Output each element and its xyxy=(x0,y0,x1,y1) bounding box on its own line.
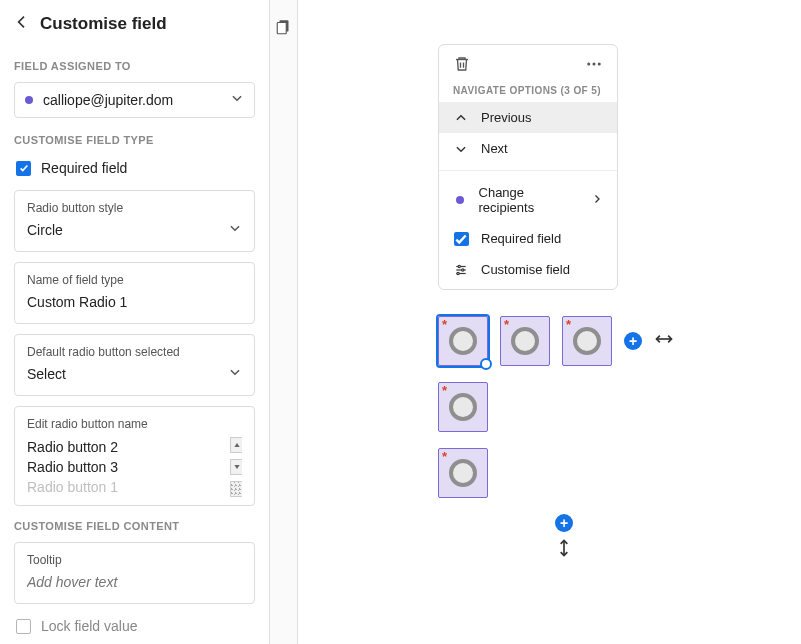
resize-vertical-icon[interactable] xyxy=(554,538,574,562)
svg-point-6 xyxy=(587,63,590,66)
list-item[interactable]: Radio button 2 xyxy=(27,437,228,457)
list-item[interactable]: Radio button 1 xyxy=(27,477,228,497)
form-canvas: NAVIGATE OPTIONS (3 OF 5) Previous Next … xyxy=(298,0,801,644)
default-radio-label: Default radio button selected xyxy=(27,345,242,359)
svg-point-8 xyxy=(598,63,601,66)
popover-required-label: Required field xyxy=(481,231,561,246)
customise-panel: Customise field FIELD ASSIGNED TO callio… xyxy=(0,0,270,644)
back-icon[interactable] xyxy=(14,14,30,34)
chevron-down-icon xyxy=(453,142,469,156)
field-popover: NAVIGATE OPTIONS (3 OF 5) Previous Next … xyxy=(438,44,618,290)
navigate-label: NAVIGATE OPTIONS (3 OF 5) xyxy=(439,85,617,102)
divider xyxy=(439,170,617,171)
scroll-down-icon[interactable] xyxy=(230,459,242,475)
list-item[interactable]: Radio button 3 xyxy=(27,457,228,477)
edit-radio-label: Edit radio button name xyxy=(27,417,242,431)
chevron-down-icon xyxy=(228,365,242,383)
svg-rect-3 xyxy=(277,23,286,34)
required-asterisk-icon: * xyxy=(504,317,509,332)
field-type-label: CUSTOMISE FIELD TYPE xyxy=(14,134,255,146)
tooltip-card: Tooltip xyxy=(14,542,255,604)
nav-previous-label: Previous xyxy=(481,110,532,125)
radio-circle-icon xyxy=(573,327,601,355)
listbox-scrollbar[interactable] xyxy=(230,437,242,497)
required-checkbox-row[interactable]: Required field xyxy=(14,156,255,190)
page-gutter xyxy=(270,0,298,644)
add-row-button[interactable]: + xyxy=(555,514,573,532)
required-asterisk-icon: * xyxy=(442,449,447,464)
svg-point-10 xyxy=(458,265,460,267)
chevron-right-icon xyxy=(591,193,603,208)
content-label: CUSTOMISE FIELD CONTENT xyxy=(14,520,255,532)
radio-style-select[interactable]: Radio button style Circle xyxy=(14,190,255,252)
svg-point-12 xyxy=(462,268,464,270)
assigned-to-label: FIELD ASSIGNED TO xyxy=(14,60,255,72)
checkbox-unchecked-icon xyxy=(16,619,31,634)
required-label: Required field xyxy=(41,160,127,176)
radio-chip[interactable]: * xyxy=(500,316,550,366)
popover-customise-label: Customise field xyxy=(481,262,570,277)
tooltip-input[interactable] xyxy=(27,574,242,590)
required-asterisk-icon: * xyxy=(566,317,571,332)
sliders-icon xyxy=(453,263,469,277)
default-radio-value: Select xyxy=(27,366,66,382)
chevron-up-icon xyxy=(453,111,469,125)
field-name-input-card: Name of field type xyxy=(14,262,255,324)
resize-horizontal-icon[interactable] xyxy=(654,329,674,353)
svg-marker-1 xyxy=(234,465,239,469)
more-icon[interactable] xyxy=(585,55,603,77)
resize-grip-icon[interactable] xyxy=(230,481,242,497)
svg-point-7 xyxy=(593,63,596,66)
tooltip-label: Tooltip xyxy=(27,553,242,567)
recipient-dot-icon xyxy=(456,196,464,204)
required-asterisk-icon: * xyxy=(442,317,447,332)
radio-circle-icon xyxy=(511,327,539,355)
change-recipients[interactable]: Change recipients xyxy=(439,177,617,223)
assignee-dropdown[interactable]: calliope@jupiter.dom xyxy=(14,82,255,118)
radio-style-label: Radio button style xyxy=(27,201,242,215)
radio-chip[interactable]: * xyxy=(438,316,488,366)
svg-point-14 xyxy=(457,272,459,274)
radio-chip[interactable]: * xyxy=(562,316,612,366)
popover-required[interactable]: Required field xyxy=(439,223,617,254)
recipient-dot-icon xyxy=(25,96,33,104)
checkbox-checked-icon xyxy=(16,161,31,176)
radio-circle-icon xyxy=(449,327,477,355)
lock-checkbox-row[interactable]: Lock field value xyxy=(14,614,255,644)
radio-circle-icon xyxy=(449,393,477,421)
trash-icon[interactable] xyxy=(453,55,471,77)
checkbox-checked-icon xyxy=(454,232,469,246)
default-radio-select[interactable]: Default radio button selected Select xyxy=(14,334,255,396)
field-name-label: Name of field type xyxy=(27,273,242,287)
radio-style-value: Circle xyxy=(27,222,63,238)
add-column-button[interactable]: + xyxy=(624,332,642,350)
radio-circle-icon xyxy=(449,459,477,487)
svg-marker-0 xyxy=(234,443,239,447)
radio-chip[interactable]: * xyxy=(438,382,488,432)
field-name-input[interactable] xyxy=(27,294,242,310)
required-asterisk-icon: * xyxy=(442,383,447,398)
popover-customise[interactable]: Customise field xyxy=(439,254,617,285)
edit-radio-names: Edit radio button name Radio button 2 Ra… xyxy=(14,406,255,506)
lock-label: Lock field value xyxy=(41,618,138,634)
scroll-up-icon[interactable] xyxy=(230,437,242,453)
assignee-name: calliope@jupiter.dom xyxy=(43,92,173,108)
nav-next[interactable]: Next xyxy=(439,133,617,164)
radio-chip[interactable]: * xyxy=(438,448,488,498)
pages-icon[interactable] xyxy=(275,18,293,40)
nav-next-label: Next xyxy=(481,141,508,156)
chevron-down-icon xyxy=(230,91,244,109)
change-recipients-label: Change recipients xyxy=(479,185,567,215)
nav-previous[interactable]: Previous xyxy=(439,102,617,133)
chevron-down-icon xyxy=(228,221,242,239)
panel-title: Customise field xyxy=(40,14,167,34)
